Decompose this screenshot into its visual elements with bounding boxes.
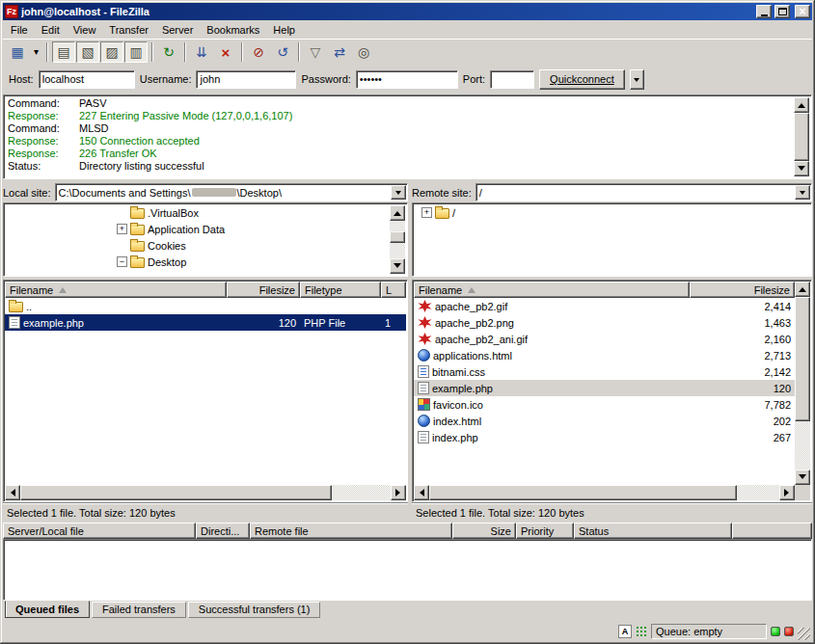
local-list-hscrollbar[interactable] [5,485,406,500]
log-scrollbar[interactable] [794,97,809,176]
file-row[interactable]: example.php 120 [414,380,795,396]
column-header-remote-file[interactable]: Remote file [250,523,452,539]
column-header-filesize[interactable]: Filesize [690,282,795,298]
cancel-button[interactable]: × [214,41,237,63]
column-header-status[interactable]: Status [574,523,732,539]
file-row[interactable]: example.php 120 PHP File 1 [5,314,406,331]
remote-list-vscrollbar[interactable] [795,282,810,485]
local-site-combobox[interactable]: C:\Documents and Settings\\Desktop\ [55,183,408,201]
menu-item[interactable]: Bookmarks [200,22,266,38]
column-header-priority[interactable]: Priority [516,523,574,539]
password-input[interactable] [356,70,458,89]
window-title: john@localhost - FileZilla [21,6,753,17]
menu-item[interactable]: View [67,22,103,38]
site-manager-button[interactable]: ▦ [6,41,29,63]
quickconnect-button[interactable]: Quickconnect [539,69,625,90]
host-input[interactable] [39,70,135,89]
arrow-up-icon [798,99,805,108]
column-header-filename[interactable]: Filename [414,282,690,298]
file-row[interactable]: apache_pb2.png 1,463 [414,314,795,331]
arrow-left-icon [7,489,15,496]
scroll-up-button[interactable] [390,205,405,221]
scroll-left-button[interactable] [414,485,429,500]
scrollbar-thumb[interactable] [390,231,405,243]
minimize-button[interactable] [756,5,772,18]
queue-tab[interactable]: Successful transfers (1) [188,602,321,618]
quickconnect-dropdown[interactable] [630,69,644,90]
close-button[interactable]: × [795,5,810,18]
menu-item[interactable]: File [4,22,35,38]
toggle-queue-button[interactable]: ▥ [124,41,148,63]
queue-tab[interactable]: Queued files [5,601,90,618]
column-header-server-local-file[interactable]: Server/Local file [3,523,196,539]
file-row[interactable]: applications.html 2,713 [414,347,795,363]
compare-button[interactable]: ⇄ [328,41,351,63]
resize-grip[interactable] [798,628,810,640]
column-header-size[interactable]: Size [452,523,516,539]
scroll-right-button[interactable] [779,485,795,500]
disconnect-button[interactable]: ⊘ [247,41,270,63]
arrow-down-icon [798,166,805,174]
toggle-local-tree-button[interactable]: ▧ [76,41,99,63]
local-tree-scrollbar[interactable] [390,205,405,274]
column-header-filesize[interactable]: Filesize [227,282,300,298]
scroll-down-button[interactable] [795,470,810,485]
site-manager-dropdown[interactable]: ▾ [30,41,42,63]
menu-item[interactable]: Edit [35,22,67,38]
column-header-direction[interactable]: Directi... [196,523,250,539]
scroll-left-button[interactable] [5,485,20,500]
file-row[interactable]: bitnami.css 2,142 [414,363,795,380]
scrollbar-thumb[interactable] [795,297,810,421]
queue-tab[interactable]: Failed transfers [92,602,186,618]
reconnect-button[interactable]: ↺ [271,41,294,63]
tree-item[interactable]: + Application Data [5,221,389,237]
scrollbar-thumb[interactable] [20,485,332,500]
username-input[interactable] [196,70,296,89]
remote-list-hscrollbar[interactable] [414,485,795,500]
column-header-filename[interactable]: Filename [5,282,227,298]
toggle-log-button[interactable]: ▤ [52,41,75,63]
tree-item[interactable]: .VirtualBox [5,204,389,221]
tree-item[interactable]: + / [414,204,810,221]
file-row[interactable]: favicon.ico 7,782 [414,396,795,413]
scroll-up-button[interactable] [794,97,809,113]
filezilla-window: Fz john@localhost - FileZilla × FileEdit… [0,0,815,644]
filter-button[interactable]: ▽ [304,41,327,63]
file-row[interactable]: .. [5,298,406,314]
file-row[interactable]: index.php 267 [414,429,795,445]
scroll-up-button[interactable] [795,282,810,297]
tree-item[interactable]: − Desktop [5,254,389,270]
refresh-button[interactable]: ↻ [157,41,180,63]
file-row[interactable]: index.html 202 [414,413,795,429]
remote-site-pane: Remote site: / + / [412,182,812,277]
tree-expander[interactable]: − [117,256,127,267]
column-header-filetype[interactable]: Filetype [300,282,381,298]
process-queue-button[interactable]: ⇊ [190,41,213,63]
file-row[interactable]: apache_pb2_ani.gif 2,160 [414,331,795,347]
scroll-right-button[interactable] [391,485,406,500]
scrollbar-thumb[interactable] [429,485,737,500]
menu-item[interactable]: Transfer [102,22,155,38]
php-icon [418,431,429,443]
column-header-last-modified[interactable]: L [381,282,406,298]
combo-dropdown-button[interactable] [391,185,406,200]
combo-dropdown-button[interactable] [795,185,810,200]
tree-item[interactable]: Cookies [5,237,389,254]
toolbar: ▦▾▤▧▨▥↻⇊×⊘↺▽⇄◎ [3,39,812,65]
find-button[interactable]: ◎ [352,41,375,63]
remote-site-combobox[interactable]: / [475,183,812,201]
file-row[interactable]: apache_pb2.gif 2,414 [414,298,795,314]
scroll-down-button[interactable] [390,258,405,274]
scroll-down-button[interactable] [794,161,809,176]
toggle-remote-tree-button[interactable]: ▨ [100,41,123,63]
scrollbar-thumb[interactable] [794,113,809,161]
remote-directory-tree: + / [412,202,812,277]
port-input[interactable] [490,70,534,89]
tree-expander[interactable]: + [117,224,127,234]
transfer-queue-list[interactable] [3,539,812,601]
arrow-up-icon [799,283,806,292]
menu-item[interactable]: Server [155,22,200,38]
menu-item[interactable]: Help [266,22,302,38]
tree-expander[interactable]: + [421,207,432,218]
maximize-button[interactable] [774,5,790,18]
